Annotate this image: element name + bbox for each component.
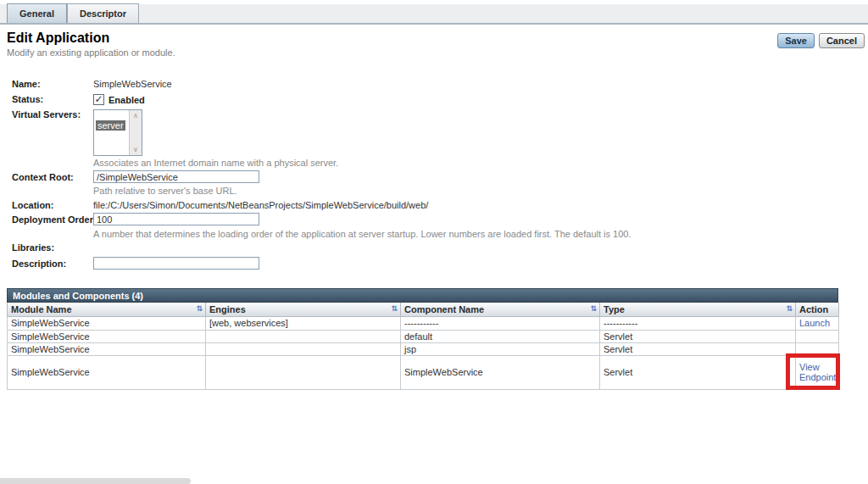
column-header-component-name: Component Name ⇅ — [401, 303, 600, 316]
location-value: file:/C:/Users/Simon/Documents/NetBeansP… — [93, 200, 428, 210]
column-header-engines: Engines ⇅ — [206, 303, 401, 316]
cancel-button[interactable]: Cancel — [819, 33, 865, 48]
cell-action: View Endpoint — [796, 355, 839, 389]
column-header-action: Action — [796, 303, 839, 316]
save-button[interactable]: Save — [777, 33, 815, 48]
cell-type: Servlet — [600, 355, 796, 389]
table-row: SimpleWebService [web, webservices] ----… — [8, 316, 839, 330]
cell-module-name: SimpleWebService — [8, 342, 206, 355]
cell-component-name: jsp — [401, 342, 600, 355]
scroll-down-icon[interactable]: ∨ — [133, 146, 138, 153]
sort-icon[interactable]: ⇅ — [786, 305, 793, 313]
header-actions: Save Cancel — [777, 33, 865, 48]
location-label: Location: — [12, 200, 54, 210]
cell-action — [796, 330, 839, 342]
cell-action — [796, 342, 839, 355]
deployment-order-label: Deployment Order: — [12, 214, 97, 225]
cell-engines — [206, 330, 401, 342]
context-root-label: Context Root: — [12, 172, 74, 182]
sort-icon[interactable]: ⇅ — [391, 305, 398, 313]
cell-action: Launch — [796, 316, 839, 330]
name-label: Name: — [12, 79, 41, 89]
description-label: Description: — [12, 259, 66, 269]
virtual-server-option-selected[interactable]: server — [96, 120, 125, 131]
status-label: Status: — [12, 94, 43, 104]
cell-module-name: SimpleWebService — [8, 330, 206, 342]
deployment-order-input[interactable] — [93, 213, 259, 225]
table-header-row: Module Name ⇅ Engines ⇅ Component Name ⇅… — [8, 303, 839, 316]
tab-general[interactable]: General — [7, 3, 67, 23]
bottom-scroll-bar[interactable] — [0, 478, 191, 484]
view-endpoint-link[interactable]: View Endpoint — [799, 362, 836, 382]
cell-component-name: ----------- — [401, 316, 600, 330]
cell-engines — [206, 342, 401, 355]
deployment-order-help: A number that determines the loading ord… — [93, 229, 632, 239]
cell-type: Servlet — [600, 342, 796, 355]
page-subtitle: Modify an existing application or module… — [7, 47, 175, 58]
virtual-servers-label: Virtual Servers: — [12, 109, 81, 120]
cell-type: ----------- — [600, 316, 796, 330]
libraries-label: Libraries: — [12, 242, 54, 253]
listbox-scrollbar[interactable]: ∧ ∨ — [129, 110, 142, 155]
modules-components-table: Modules and Components (4) Module Name ⇅… — [7, 288, 838, 390]
column-header-type: Type ⇅ — [600, 303, 796, 316]
tab-descriptor[interactable]: Descriptor — [67, 3, 139, 23]
cell-component-name: default — [401, 330, 600, 342]
cell-engines — [206, 355, 401, 389]
virtual-servers-help: Associates an Internet domain name with … — [93, 158, 338, 168]
cell-type: Servlet — [600, 330, 796, 342]
cell-component-name: SimpleWebService — [401, 355, 600, 389]
description-input[interactable] — [93, 257, 259, 270]
table-row: SimpleWebService SimpleWebService Servle… — [8, 355, 839, 389]
cell-module-name: SimpleWebService — [8, 316, 206, 330]
table-title: Modules and Components (4) — [7, 288, 838, 303]
context-root-help: Path relative to server's base URL. — [93, 186, 237, 196]
name-value: SimpleWebService — [93, 79, 172, 89]
enabled-checkbox-label: Enabled — [108, 95, 145, 105]
column-header-module-name: Module Name ⇅ — [8, 303, 206, 316]
tab-bar: General Descriptor — [0, 4, 868, 25]
context-root-input[interactable] — [93, 170, 259, 183]
enabled-checkbox[interactable]: ✓ — [93, 94, 104, 105]
sort-icon[interactable]: ⇅ — [196, 305, 203, 313]
cell-module-name: SimpleWebService — [8, 355, 206, 389]
page-title: Edit Application — [7, 31, 109, 46]
scroll-up-icon[interactable]: ∧ — [133, 112, 138, 120]
launch-link[interactable]: Launch — [799, 318, 830, 328]
sort-icon[interactable]: ⇅ — [590, 305, 597, 313]
table-row: SimpleWebService default Servlet — [8, 330, 839, 342]
cell-engines: [web, webservices] — [206, 316, 401, 330]
table-row: SimpleWebService jsp Servlet — [8, 342, 839, 355]
virtual-servers-listbox[interactable]: server ∧ ∨ — [93, 109, 142, 156]
